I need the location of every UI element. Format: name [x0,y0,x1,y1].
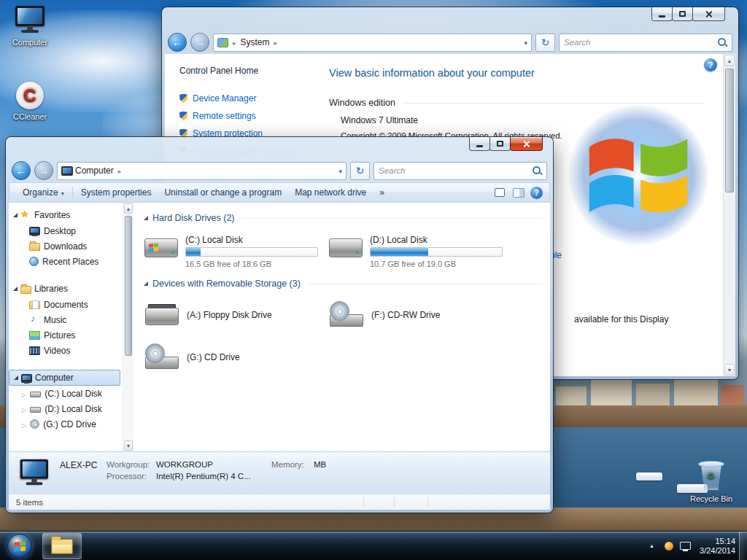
close-button[interactable] [510,137,543,151]
expander-icon[interactable] [13,287,18,291]
desktop-icon-ccleaner[interactable]: CCleaner [1,82,58,121]
tray-update-icon[interactable] [665,542,673,551]
desktop-icon-label: Computer [1,38,58,47]
address-bar[interactable]: System [213,34,532,52]
show-desktop-button[interactable] [739,532,747,560]
control-panel-home-link[interactable]: Control Panel Home [179,66,322,76]
desktop-icon-recycle-bin[interactable]: Recycle Bin [683,458,740,503]
drive-tile-f-cdrw[interactable]: (F:) CD-RW Drive [328,299,513,331]
expander-icon[interactable] [13,213,18,217]
page-title: View basic information about your comput… [329,67,704,79]
search-icon[interactable] [717,37,727,47]
vertical-scrollbar[interactable] [723,54,735,376]
nav-item-desktop[interactable]: Desktop [9,223,123,238]
navigation-scrollbar[interactable] [123,203,133,451]
scrollbar-thumb[interactable] [725,69,734,192]
network-icon[interactable] [680,542,691,550]
back-button[interactable] [12,161,31,180]
taskbar-explorer-button[interactable] [42,533,82,559]
nav-item-downloads[interactable]: Downloads [9,238,123,254]
maximize-button[interactable] [672,7,693,21]
cd-drive-icon [144,343,180,371]
address-dropdown-icon[interactable] [524,37,527,47]
nav-item-cd-drive-g[interactable]: (G:) CD Drive [9,416,123,432]
help-button[interactable] [530,187,543,199]
nav-item-local-disk-c[interactable]: (C:) Local Disk [9,386,123,401]
help-button[interactable] [704,58,717,71]
back-button[interactable] [168,33,187,52]
taskbar-clock[interactable]: 15:14 3/24/2014 [697,537,738,556]
scroll-up-button[interactable] [124,203,133,214]
titlebar[interactable] [165,7,735,31]
address-bar[interactable]: Computer [57,162,347,180]
refresh-button[interactable] [535,34,555,52]
system-properties-button[interactable]: System properties [74,184,158,201]
nav-item-music[interactable]: Music [9,312,123,327]
nav-item-pictures[interactable]: Pictures [9,327,123,343]
collapsed-expander-icon[interactable] [22,419,26,429]
minimize-button[interactable] [469,137,490,151]
drive-tile-c[interactable]: (C:) Local Disk 16.5 GB free of 18.6 GB [144,233,328,268]
uninstall-program-button[interactable]: Uninstall or change a program [158,184,288,201]
map-network-drive-button[interactable]: Map network drive [288,184,373,201]
preview-pane-button[interactable] [513,188,525,198]
start-button[interactable] [7,534,32,559]
group-collapse-icon[interactable] [144,216,148,220]
nav-item-documents[interactable]: Documents [9,297,123,312]
scroll-up-button[interactable] [724,55,735,66]
close-button[interactable] [692,7,725,21]
collapsed-expander-icon[interactable] [22,389,26,399]
desktop-icon-label: Recycle Bin [683,494,740,503]
recent-places-icon [29,257,39,266]
nav-item-label: Videos [44,346,70,356]
control-panel-icon [217,38,228,47]
cd-drive-icon [30,419,39,429]
uninstall-label: Uninstall or change a program [164,187,282,198]
remote-settings-link[interactable]: Remote settings [179,111,322,121]
nav-group-computer[interactable]: Computer [9,370,120,386]
show-hidden-icons-button[interactable] [646,540,658,552]
scrollbar-track[interactable] [724,67,735,363]
nav-item-videos[interactable]: Videos [9,343,123,358]
scrollbar-thumb[interactable] [125,216,132,356]
free-space-text: 10.7 GB free of 19.0 GB [370,260,503,268]
nav-item-recent-places[interactable]: Recent Places [9,254,123,269]
nav-item-label: (D:) Local Disk [44,404,102,414]
drive-tile-g-cd[interactable]: (G:) CD Drive [144,341,328,373]
chevron-down-icon [61,187,64,198]
clock-time: 15:14 [700,537,735,546]
search-input[interactable] [379,166,532,175]
group-header-hard-disks[interactable]: Hard Disk Drives (2) [144,213,543,223]
group-header-removable[interactable]: Devices with Removable Storage (3) [144,279,543,289]
search-input[interactable] [564,38,717,47]
more-commands-button[interactable]: » [373,184,391,201]
expander-icon[interactable] [14,376,18,380]
forward-button[interactable] [34,161,53,180]
nav-group-favorites[interactable]: Favorites [9,207,123,223]
processor-label: Processor: [107,472,152,481]
scrollbar-track[interactable] [123,214,133,440]
drive-tile-a-floppy[interactable]: (A:) Floppy Disk Drive [144,299,328,331]
minimize-button[interactable] [651,7,673,21]
nav-spacer [9,269,123,281]
search-icon[interactable] [532,166,542,176]
refresh-button[interactable] [350,162,370,180]
scroll-down-button[interactable] [124,440,133,451]
breadcrumb-system[interactable]: System [241,37,270,47]
status-bar: 5 items [9,494,550,510]
collapsed-expander-icon[interactable] [22,404,26,414]
breadcrumb-computer[interactable]: Computer [75,166,114,176]
organize-button[interactable]: Organize [16,184,71,201]
nav-item-local-disk-d[interactable]: (D:) Local Disk [9,401,123,416]
forward-button[interactable] [190,33,209,52]
nav-group-libraries[interactable]: Libraries [9,281,123,297]
address-dropdown-icon[interactable] [338,166,342,176]
group-collapse-icon[interactable] [144,281,148,286]
drive-tile-d[interactable]: (D:) Local Disk 10.7 GB free of 19.0 GB [328,233,513,268]
scroll-down-button[interactable] [724,364,735,376]
maximize-icon [679,11,686,17]
desktop-icon-computer[interactable]: Computer [1,6,58,47]
maximize-button[interactable] [489,137,511,151]
device-manager-link[interactable]: Device Manager [179,93,322,104]
change-view-button[interactable] [495,188,507,197]
